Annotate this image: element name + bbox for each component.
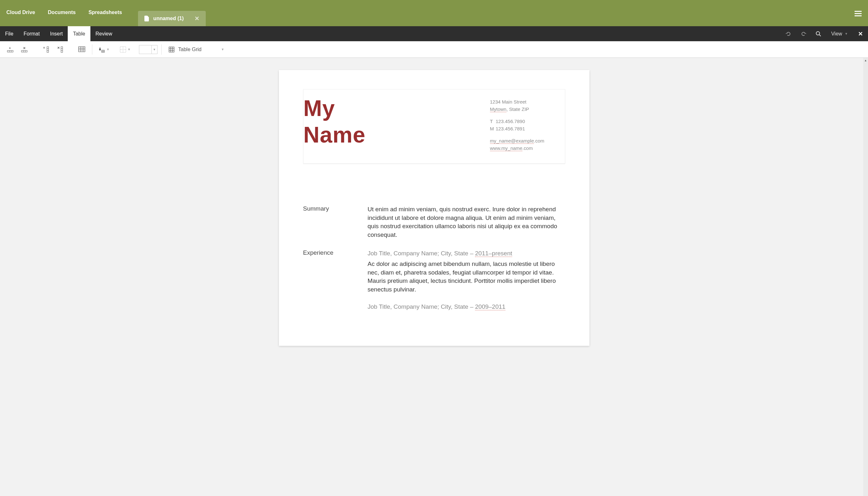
document-icon — [144, 16, 149, 21]
delete-column-button[interactable]: ✕ — [54, 44, 66, 55]
table-style-selector[interactable]: Table Grid ▼ — [165, 47, 230, 52]
redo-button[interactable] — [796, 26, 811, 41]
svg-line-1 — [819, 34, 821, 36]
hamburger-menu-icon[interactable] — [855, 10, 862, 18]
chevron-down-icon: ▼ — [153, 48, 156, 51]
svg-text:+: + — [9, 46, 11, 50]
color-dropdown-button[interactable]: ▼ — [152, 45, 158, 54]
job-2: Job Title, Company Name; City, State – 2… — [368, 303, 565, 311]
resume-body[interactable]: Summary Ut enim ad minim veniam, quis no… — [303, 205, 565, 320]
summary-row: Summary Ut enim ad minim veniam, quis no… — [303, 205, 565, 239]
menu-table[interactable]: Table — [68, 26, 90, 41]
resume-header-table[interactable]: My Name 1234 Main Street Mytown, State Z… — [303, 89, 565, 164]
nav-spreadsheets[interactable]: Spreadsheets — [82, 0, 128, 26]
job-1: Job Title, Company Name; City, State – 2… — [368, 249, 565, 294]
svg-text:+: + — [43, 46, 45, 49]
phone-block: T123.456.7890 M123.456.7891 — [490, 118, 562, 132]
svg-text:✕: ✕ — [23, 46, 26, 50]
chevron-down-icon: ▼ — [127, 48, 131, 51]
nav-documents[interactable]: Documents — [42, 0, 82, 26]
table-toolbar: + ✕ + ✕ ▼ ▼ ▼ Table Grid ▼ — [0, 41, 868, 58]
view-dropdown[interactable]: View ▼ — [826, 26, 853, 41]
scrollbar-up-arrow[interactable]: ▲ — [863, 58, 868, 63]
menu-review[interactable]: Review — [91, 26, 117, 41]
fill-color-dropdown[interactable]: ▼ — [96, 46, 111, 53]
address-block: 1234 Main Street Mytown, State ZIP — [490, 98, 562, 113]
insert-row-button[interactable]: + — [4, 44, 17, 55]
nav-cloud-drive[interactable]: Cloud Drive — [0, 0, 42, 26]
table-style-label: Table Grid — [178, 47, 202, 52]
svg-rect-10 — [47, 47, 49, 52]
experience-label: Experience — [303, 249, 358, 320]
color-swatch[interactable] — [139, 45, 152, 54]
summary-text: Ut enim ad minim veniam, quis nostrud ex… — [368, 205, 565, 239]
links-block: my_name@example.com www.my_name.com — [490, 137, 562, 152]
job-2-header: Job Title, Company Name; City, State – 2… — [368, 303, 565, 311]
chevron-down-icon: ▼ — [845, 32, 848, 35]
chevron-down-icon: ▼ — [106, 48, 110, 51]
fill-icon — [98, 46, 105, 53]
grid-icon — [169, 47, 174, 52]
email: my_name@example.com — [490, 137, 562, 145]
city-state-zip: Mytown, State ZIP — [490, 106, 562, 113]
experience-row: Experience Job Title, Company Name; City… — [303, 249, 565, 320]
table-properties-button[interactable] — [75, 44, 88, 55]
insert-column-button[interactable]: + — [40, 44, 52, 55]
name-cell[interactable]: My Name — [303, 90, 490, 163]
close-tab-icon[interactable]: ✕ — [194, 15, 199, 22]
border-dropdown[interactable]: ▼ — [118, 46, 132, 53]
search-button[interactable] — [811, 26, 826, 41]
app-header: Cloud Drive Documents Spreadsheets unnam… — [0, 0, 868, 26]
vertical-scrollbar[interactable]: ▲ — [863, 58, 868, 496]
svg-rect-14 — [61, 47, 63, 52]
svg-point-0 — [816, 31, 820, 35]
view-label: View — [831, 31, 842, 37]
experience-content: Job Title, Company Name; City, State – 2… — [368, 249, 565, 320]
border-icon — [120, 46, 126, 53]
document-tab[interactable]: unnamed (1) ✕ — [138, 11, 206, 26]
delete-row-button[interactable]: ✕ — [18, 44, 31, 55]
job-1-body: Ac dolor ac adipiscing amet bibendum nul… — [368, 260, 565, 294]
job-1-header: Job Title, Company Name; City, State – 2… — [368, 249, 565, 258]
menu-insert[interactable]: Insert — [45, 26, 68, 41]
name-line-1: My — [303, 95, 490, 122]
website: www.my_name.com — [490, 145, 562, 152]
svg-rect-6 — [21, 50, 27, 52]
summary-label: Summary — [303, 205, 358, 239]
menu-file[interactable]: File — [0, 26, 18, 41]
menu-bar: File Format Insert Table Review View ▼ ✕ — [0, 26, 868, 41]
street-address: 1234 Main Street — [490, 98, 562, 106]
menu-format[interactable]: Format — [18, 26, 45, 41]
phone-tel: T123.456.7890 — [490, 118, 562, 125]
phone-mobile: M123.456.7891 — [490, 125, 562, 133]
border-color-selector[interactable]: ▼ — [139, 45, 158, 54]
svg-text:✕: ✕ — [57, 46, 60, 49]
document-canvas[interactable]: ▲ My Name 1234 Main Street Mytown, State… — [0, 58, 868, 496]
document-tab-title: unnamed (1) — [153, 16, 184, 21]
svg-rect-18 — [79, 47, 85, 52]
svg-rect-2 — [7, 50, 13, 52]
close-panel-button[interactable]: ✕ — [853, 26, 868, 41]
top-nav: Cloud Drive Documents Spreadsheets unnam… — [0, 0, 206, 26]
name-line-2: Name — [303, 122, 490, 148]
svg-rect-29 — [169, 47, 174, 52]
chevron-down-icon: ▼ — [221, 48, 226, 51]
contact-cell[interactable]: 1234 Main Street Mytown, State ZIP T123.… — [490, 90, 565, 163]
document-page[interactable]: My Name 1234 Main Street Mytown, State Z… — [279, 70, 589, 346]
undo-button[interactable] — [781, 26, 796, 41]
